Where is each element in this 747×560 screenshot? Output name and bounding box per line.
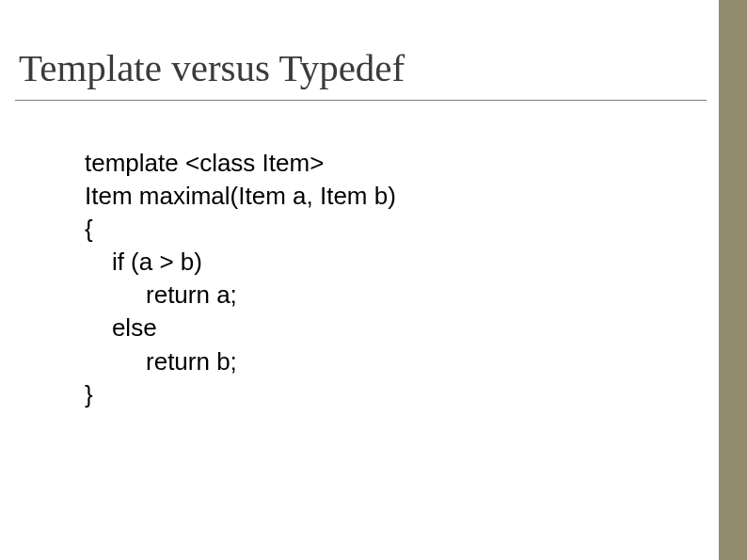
code-line: template <class Item>: [85, 149, 324, 177]
decorative-sidebar: [719, 0, 747, 560]
code-line: Item maximal(Item a, Item b): [85, 182, 396, 210]
code-line: else: [85, 313, 157, 342]
title-divider: [15, 100, 707, 101]
code-line: return b;: [85, 347, 237, 376]
code-line: if (a > b): [85, 248, 202, 276]
slide-title: Template versus Typedef: [19, 45, 405, 90]
code-block: template <class Item> Item maximal(Item …: [85, 147, 396, 411]
code-line: return a;: [85, 280, 237, 309]
code-line: }: [85, 380, 93, 408]
code-line: {: [85, 215, 93, 243]
